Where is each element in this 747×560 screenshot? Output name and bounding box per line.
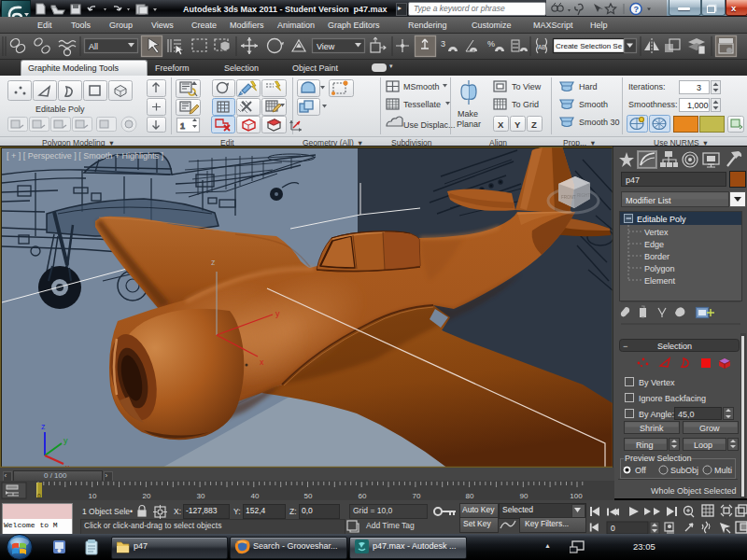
svg-text:Border: Border: [644, 252, 669, 261]
svg-text:By Angle:: By Angle:: [639, 410, 674, 419]
svg-text:Off: Off: [635, 466, 646, 475]
svg-text:100: 100: [570, 492, 583, 500]
svg-text:1: 1: [180, 121, 185, 131]
svg-text:60: 60: [359, 492, 367, 500]
svg-text:?: ?: [634, 5, 640, 14]
svg-text:Tessellate: Tessellate: [403, 100, 441, 109]
svg-text:Whole Object Selected: Whole Object Selected: [651, 486, 737, 496]
svg-text:MSmooth: MSmooth: [403, 82, 440, 91]
svg-text:Edge: Edge: [644, 240, 664, 249]
svg-text:Editable Poly: Editable Poly: [35, 105, 85, 114]
svg-text:Element: Element: [644, 276, 676, 286]
svg-text:Ignore Backfacing: Ignore Backfacing: [639, 394, 706, 403]
svg-text:SubObj: SubObj: [670, 466, 698, 475]
svg-text:Grow: Grow: [699, 424, 720, 433]
svg-text:Ring: Ring: [636, 441, 654, 450]
svg-text:z: z: [41, 422, 46, 431]
svg-text:All: All: [89, 42, 98, 51]
svg-text:View: View: [317, 42, 335, 51]
svg-text:30: 30: [197, 492, 205, 500]
svg-text:p47: p47: [626, 175, 640, 185]
svg-text:To View: To View: [512, 82, 542, 91]
svg-text:0: 0: [611, 524, 615, 533]
svg-text:RIGHT: RIGHT: [577, 193, 590, 198]
svg-text:z: z: [211, 258, 216, 267]
svg-text:3: 3: [441, 39, 445, 49]
svg-text:Preview Selection: Preview Selection: [625, 454, 692, 463]
svg-text:Smoothness:: Smoothness:: [628, 100, 678, 109]
svg-text:Multi: Multi: [714, 466, 732, 475]
svg-text:Vertex: Vertex: [644, 228, 669, 237]
svg-text:Shrink: Shrink: [640, 424, 664, 433]
svg-text:1,000: 1,000: [687, 101, 709, 110]
svg-text:90: 90: [520, 492, 529, 500]
svg-text:Smooth: Smooth: [579, 100, 608, 109]
svg-text:By Vertex: By Vertex: [639, 378, 675, 387]
svg-text:Smooth 30: Smooth 30: [579, 118, 620, 127]
svg-text:10: 10: [89, 492, 97, 500]
svg-text:AB: AB: [538, 44, 546, 50]
svg-text:−: −: [623, 342, 627, 351]
svg-text:Selection: Selection: [657, 342, 692, 351]
svg-text:x: x: [260, 357, 264, 367]
svg-text:Z: Z: [531, 119, 537, 130]
svg-text:y: y: [63, 436, 68, 445]
svg-text:Use Displac...: Use Displac...: [403, 120, 456, 130]
svg-text:40: 40: [251, 492, 260, 500]
svg-text:80: 80: [466, 492, 474, 500]
svg-text:Editable Poly: Editable Poly: [637, 215, 686, 224]
svg-text:70: 70: [413, 492, 421, 500]
svg-text:45,0: 45,0: [678, 410, 695, 419]
svg-text:Iterations:: Iterations:: [628, 82, 666, 91]
svg-text:[ + ] [ Perspective ] [ Smooth: [ + ] [ Perspective ] [ Smooth + Highlig…: [7, 151, 163, 161]
svg-text:Planar: Planar: [457, 119, 481, 129]
svg-text:FRONT: FRONT: [561, 195, 576, 200]
svg-text:Y: Y: [514, 119, 521, 130]
svg-text:Make: Make: [458, 109, 478, 119]
svg-text:3: 3: [697, 83, 701, 92]
svg-text:Modifier List: Modifier List: [626, 196, 671, 205]
svg-text:Hard: Hard: [579, 82, 598, 91]
svg-text:Polygon: Polygon: [644, 264, 675, 273]
svg-text:Loop: Loop: [694, 441, 712, 450]
svg-text:y: y: [275, 309, 280, 318]
svg-text:To Grid: To Grid: [512, 100, 539, 109]
svg-text:Create Selection Se: Create Selection Se: [556, 42, 623, 50]
svg-text:20: 20: [143, 492, 151, 500]
svg-text:X: X: [498, 119, 504, 130]
svg-text:%: %: [487, 39, 495, 49]
svg-text:50: 50: [304, 492, 313, 500]
svg-text:0: 0: [37, 493, 41, 499]
